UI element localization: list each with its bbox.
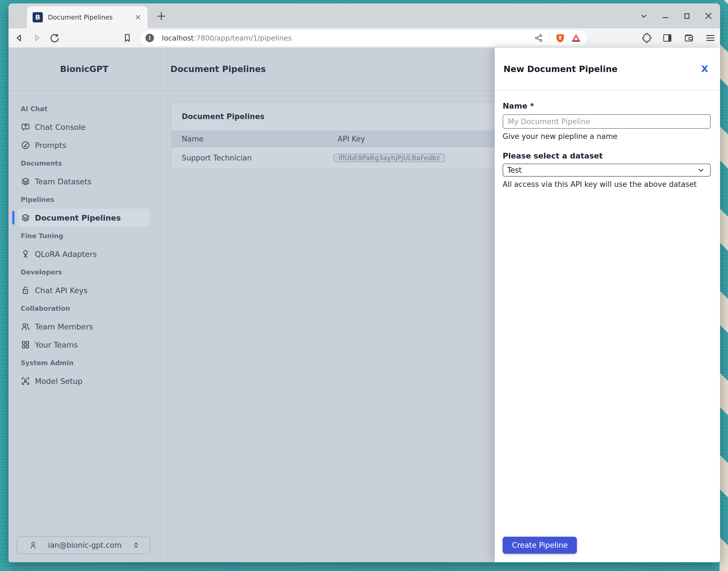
sidebar-item-prompts[interactable]: Prompts — [17, 136, 150, 154]
grid-icon — [21, 340, 30, 350]
api-key-cell: iflUbE8PaRg3ayhjPjULBaFedbz — [334, 151, 445, 164]
user-email: ian@bionic-gpt.com — [38, 541, 132, 550]
nav-section-developers: Developers — [8, 263, 160, 281]
sidebar-item-label: Model Setup — [35, 377, 83, 385]
sidebar-item-chat-api-keys[interactable]: Chat API Keys — [17, 281, 150, 300]
dataset-select[interactable]: Test — [503, 163, 711, 177]
sidebar: BionicGPT AI Chat Chat Console — [8, 47, 160, 562]
browser-tab[interactable]: B Document Pipelines — [27, 6, 147, 28]
sidebar-nav: AI Chat Chat Console Prompts — [8, 91, 160, 390]
drawer-close-icon[interactable]: X — [701, 64, 708, 74]
back-icon[interactable] — [14, 32, 25, 44]
tab-title: Document Pipelines — [48, 14, 132, 21]
sidebar-item-qlora-adapters[interactable]: QLoRA Adapters — [17, 245, 150, 263]
sidebar-item-label: Team Datasets — [35, 177, 92, 186]
user-icon — [29, 541, 38, 550]
sidebar-item-label: Team Members — [35, 322, 93, 331]
dataset-help-text: All access via this API key will use the… — [503, 180, 711, 189]
drawer-title: New Document Pipeline — [503, 64, 617, 74]
wallet-icon[interactable] — [683, 32, 695, 44]
maximize-icon[interactable] — [681, 9, 694, 22]
sidebar-item-label: Prompts — [35, 141, 66, 150]
pipeline-name-cell: Support Technician — [171, 154, 334, 162]
browser-toolbar: ! localhost:7800/app/team/1/pipelines — [8, 28, 720, 47]
tab-search-chevron-icon[interactable] — [637, 9, 650, 22]
user-menu[interactable]: ian@bionic-gpt.com — [17, 537, 150, 554]
chevron-down-icon — [697, 166, 705, 174]
users-icon — [21, 322, 30, 331]
sidebar-item-your-teams[interactable]: Your Teams — [17, 336, 150, 354]
close-window-icon[interactable] — [702, 9, 715, 22]
api-key-value[interactable]: iflUbE8PaRg3ayhjPjULBaFedbz — [334, 154, 445, 162]
reload-icon[interactable] — [49, 32, 60, 44]
sidebar-item-document-pipelines[interactable]: Document Pipelines — [17, 209, 150, 227]
forward-icon[interactable] — [31, 32, 42, 44]
sidebar-item-label: Chat Console — [35, 123, 86, 132]
lock-open-icon — [21, 286, 30, 295]
share-icon[interactable] — [534, 33, 543, 43]
wallpaper-stripes — [720, 0, 728, 571]
column-header-api-key: API Key — [338, 135, 365, 143]
page-title: Document Pipelines — [170, 64, 266, 74]
window-controls — [637, 3, 715, 28]
menu-hamburger-icon[interactable] — [704, 32, 717, 44]
name-label: Name * — [503, 102, 711, 110]
sidebar-item-model-setup[interactable]: Model Setup — [17, 372, 150, 390]
minimize-icon[interactable] — [659, 9, 672, 22]
pipeline-name-input[interactable] — [503, 114, 711, 129]
column-header-name: Name — [171, 135, 338, 143]
create-pipeline-button[interactable]: Create Pipeline — [503, 537, 577, 554]
layers-icon — [21, 213, 30, 223]
face-scan-icon — [21, 376, 30, 386]
prompt-pen-circle-icon — [21, 140, 30, 150]
chevron-up-down-icon — [132, 541, 140, 550]
url-bar[interactable]: ! localhost:7800/app/team/1/pipelines — [141, 30, 587, 46]
browser-window: B Document Pipelines — [8, 3, 720, 562]
new-pipeline-drawer: New Document Pipeline X Name * Give your… — [495, 47, 720, 562]
drawer-footer: Create Pipeline — [495, 537, 720, 562]
tab-strip: B Document Pipelines — [8, 3, 720, 28]
divider — [549, 33, 550, 43]
site-info-icon[interactable]: ! — [145, 34, 154, 42]
dataset-label: Please select a dataset — [503, 151, 711, 160]
nav-section-fine-tuning: Fine Tuning — [8, 227, 160, 245]
url-text: localhost:7800/app/team/1/pipelines — [162, 34, 534, 42]
sidebar-item-team-members[interactable]: Team Members — [17, 318, 150, 336]
chat-bubble-question-icon — [21, 122, 30, 132]
url-path: :7800/app/team/1/pipelines — [194, 34, 292, 42]
sidebar-item-label: QLoRA Adapters — [35, 250, 97, 258]
nav-section-ai-chat: AI Chat — [8, 100, 160, 118]
nav-section-collaboration: Collaboration — [8, 300, 160, 318]
nav-section-pipelines: Pipelines — [8, 191, 160, 209]
name-help-text: Give your new piepline a name — [503, 132, 711, 141]
brave-rewards-bat-icon[interactable] — [571, 33, 581, 43]
drawer-header: New Document Pipeline X — [495, 47, 720, 91]
sidebar-item-chat-console[interactable]: Chat Console — [17, 118, 150, 136]
url-host: localhost — [162, 34, 194, 42]
layers-icon — [21, 177, 30, 186]
tab-favicon: B — [33, 12, 43, 22]
desktop-wallpaper: B Document Pipelines — [0, 0, 728, 571]
toolbar-extensions — [639, 32, 717, 44]
sidebar-item-label: Your Teams — [35, 341, 78, 349]
ribbon-icon — [21, 249, 30, 259]
tab-close-icon[interactable] — [134, 14, 142, 21]
dataset-selected-value: Test — [507, 166, 522, 175]
brave-shields-icon[interactable] — [555, 33, 565, 43]
sidebar-item-label: Document Pipelines — [35, 214, 121, 222]
sidebar-toggle-icon[interactable] — [661, 32, 674, 44]
app-root: BionicGPT AI Chat Chat Console — [8, 47, 720, 562]
sidebar-item-label: Chat API Keys — [35, 286, 88, 295]
new-tab-icon[interactable] — [156, 11, 167, 21]
nav-section-system-admin: System Admin — [8, 354, 160, 372]
extensions-puzzle-icon[interactable] — [639, 32, 652, 44]
sidebar-item-team-datasets[interactable]: Team Datasets — [17, 173, 150, 191]
nav-section-documents: Documents — [8, 154, 160, 173]
sidebar-header: BionicGPT — [8, 47, 160, 91]
brand-title: BionicGPT — [60, 64, 108, 74]
drawer-form: Name * Give your new piepline a name Ple… — [495, 91, 720, 537]
bookmark-icon[interactable] — [122, 33, 133, 43]
